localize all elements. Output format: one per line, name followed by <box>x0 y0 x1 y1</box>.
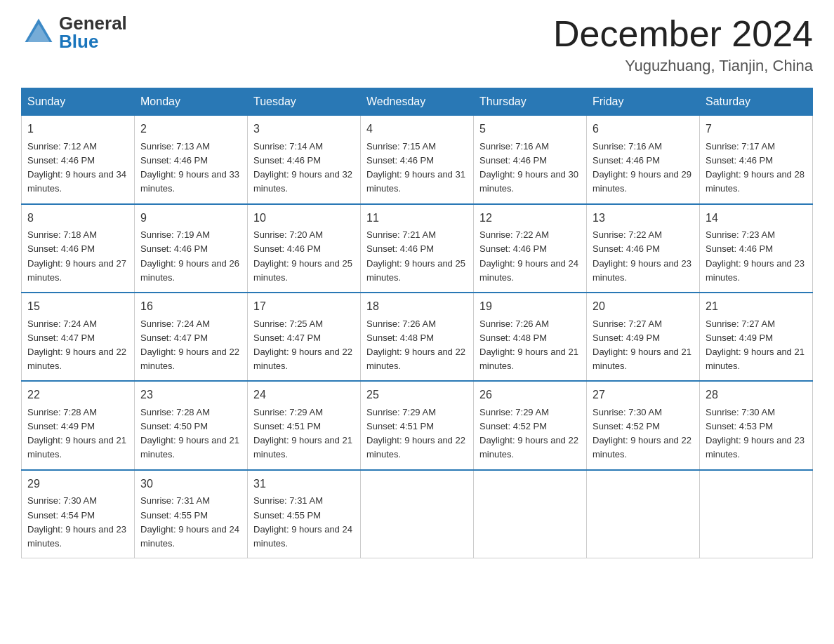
sunrise-label: Sunrise: 7:26 AM <box>366 318 436 329</box>
sunrise-label: Sunrise: 7:30 AM <box>27 495 97 506</box>
day-number: 11 <box>366 210 468 227</box>
calendar-cell: 6Sunrise: 7:16 AMSunset: 4:46 PMDaylight… <box>587 116 700 204</box>
day-number: 30 <box>140 476 241 493</box>
daylight-label: Daylight: 9 hours and 22 minutes. <box>366 435 465 459</box>
calendar-cell: 30Sunrise: 7:31 AMSunset: 4:55 PMDayligh… <box>135 470 248 558</box>
sunset-label: Sunset: 4:46 PM <box>140 155 208 166</box>
daylight-label: Daylight: 9 hours and 31 minutes. <box>366 169 465 194</box>
sunset-label: Sunset: 4:49 PM <box>27 421 95 431</box>
month-title: December 2024 <box>553 14 813 54</box>
day-number: 5 <box>479 121 581 138</box>
calendar-cell: 10Sunrise: 7:20 AMSunset: 4:46 PMDayligh… <box>248 204 361 293</box>
day-number: 9 <box>140 210 241 227</box>
col-header-monday: Monday <box>135 88 248 116</box>
calendar-cell: 27Sunrise: 7:30 AMSunset: 4:52 PMDayligh… <box>587 381 700 469</box>
calendar-cell: 13Sunrise: 7:22 AMSunset: 4:46 PMDayligh… <box>587 204 700 293</box>
calendar-cell: 20Sunrise: 7:27 AMSunset: 4:49 PMDayligh… <box>587 293 700 381</box>
day-number: 16 <box>140 298 241 316</box>
daylight-label: Daylight: 9 hours and 26 minutes. <box>140 258 239 283</box>
daylight-label: Daylight: 9 hours and 21 minutes. <box>706 347 805 371</box>
calendar-cell: 14Sunrise: 7:23 AMSunset: 4:46 PMDayligh… <box>700 204 813 293</box>
day-number: 22 <box>27 387 128 404</box>
location-title: Yuguzhuang, Tianjin, China <box>553 57 813 75</box>
day-number: 7 <box>706 121 807 138</box>
sunrise-label: Sunrise: 7:21 AM <box>366 229 436 240</box>
sunrise-label: Sunrise: 7:18 AM <box>27 229 97 240</box>
sunrise-label: Sunrise: 7:22 AM <box>593 229 662 240</box>
calendar-cell: 2Sunrise: 7:13 AMSunset: 4:46 PMDaylight… <box>135 116 248 204</box>
calendar-week-row: 29Sunrise: 7:30 AMSunset: 4:54 PMDayligh… <box>22 470 813 558</box>
sunset-label: Sunset: 4:55 PM <box>253 510 321 521</box>
day-number: 10 <box>253 210 355 227</box>
calendar-cell: 24Sunrise: 7:29 AMSunset: 4:51 PMDayligh… <box>248 381 361 469</box>
sunset-label: Sunset: 4:52 PM <box>479 421 547 431</box>
calendar-cell: 22Sunrise: 7:28 AMSunset: 4:49 PMDayligh… <box>22 381 135 469</box>
col-header-sunday: Sunday <box>22 88 135 116</box>
daylight-label: Daylight: 9 hours and 23 minutes. <box>706 435 805 459</box>
sunset-label: Sunset: 4:51 PM <box>253 421 321 431</box>
daylight-label: Daylight: 9 hours and 22 minutes. <box>479 435 578 459</box>
sunset-label: Sunset: 4:50 PM <box>140 421 208 431</box>
daylight-label: Daylight: 9 hours and 25 minutes. <box>253 258 352 283</box>
sunrise-label: Sunrise: 7:30 AM <box>706 407 775 417</box>
sunset-label: Sunset: 4:46 PM <box>366 243 434 254</box>
sunrise-label: Sunrise: 7:17 AM <box>706 141 775 152</box>
daylight-label: Daylight: 9 hours and 23 minutes. <box>27 524 126 549</box>
calendar-cell: 17Sunrise: 7:25 AMSunset: 4:47 PMDayligh… <box>248 293 361 381</box>
col-header-wednesday: Wednesday <box>361 88 474 116</box>
day-number: 26 <box>479 387 581 404</box>
sunrise-label: Sunrise: 7:29 AM <box>479 407 549 417</box>
page-header: General Blue December 2024 Yuguzhuang, T… <box>21 14 813 75</box>
sunrise-label: Sunrise: 7:31 AM <box>253 495 323 506</box>
sunrise-label: Sunrise: 7:20 AM <box>253 229 323 240</box>
day-number: 23 <box>140 387 241 404</box>
sunset-label: Sunset: 4:51 PM <box>366 421 434 431</box>
calendar-cell: 31Sunrise: 7:31 AMSunset: 4:55 PMDayligh… <box>248 470 361 558</box>
sunrise-label: Sunrise: 7:29 AM <box>366 407 436 417</box>
sunrise-label: Sunrise: 7:30 AM <box>593 407 662 417</box>
sunrise-label: Sunrise: 7:28 AM <box>27 407 97 417</box>
sunset-label: Sunset: 4:48 PM <box>366 333 434 343</box>
calendar-cell: 18Sunrise: 7:26 AMSunset: 4:48 PMDayligh… <box>361 293 474 381</box>
day-number: 12 <box>479 210 581 227</box>
sunrise-label: Sunrise: 7:22 AM <box>479 229 549 240</box>
sunrise-label: Sunrise: 7:15 AM <box>366 141 436 152</box>
sunrise-label: Sunrise: 7:28 AM <box>140 407 210 417</box>
calendar-cell: 29Sunrise: 7:30 AMSunset: 4:54 PMDayligh… <box>22 470 135 558</box>
sunset-label: Sunset: 4:47 PM <box>140 333 208 343</box>
sunset-label: Sunset: 4:46 PM <box>593 155 660 166</box>
sunrise-label: Sunrise: 7:12 AM <box>27 141 97 152</box>
sunset-label: Sunset: 4:55 PM <box>140 510 208 521</box>
sunset-label: Sunset: 4:47 PM <box>27 333 95 343</box>
sunset-label: Sunset: 4:48 PM <box>479 333 547 343</box>
daylight-label: Daylight: 9 hours and 30 minutes. <box>479 169 578 194</box>
day-number: 13 <box>593 210 694 227</box>
sunset-label: Sunset: 4:46 PM <box>593 243 660 254</box>
daylight-label: Daylight: 9 hours and 23 minutes. <box>593 258 691 283</box>
sunset-label: Sunset: 4:46 PM <box>479 155 547 166</box>
daylight-label: Daylight: 9 hours and 25 minutes. <box>366 258 465 283</box>
daylight-label: Daylight: 9 hours and 24 minutes. <box>479 258 578 283</box>
daylight-label: Daylight: 9 hours and 27 minutes. <box>27 258 126 283</box>
calendar-cell: 23Sunrise: 7:28 AMSunset: 4:50 PMDayligh… <box>135 381 248 469</box>
title-block: December 2024 Yuguzhuang, Tianjin, China <box>553 14 813 75</box>
calendar-cell: 26Sunrise: 7:29 AMSunset: 4:52 PMDayligh… <box>474 381 587 469</box>
day-number: 20 <box>593 298 694 316</box>
day-number: 24 <box>253 387 355 404</box>
sunrise-label: Sunrise: 7:24 AM <box>140 318 210 329</box>
daylight-label: Daylight: 9 hours and 21 minutes. <box>479 347 578 371</box>
day-number: 29 <box>27 476 128 493</box>
calendar-cell: 15Sunrise: 7:24 AMSunset: 4:47 PMDayligh… <box>22 293 135 381</box>
calendar-cell <box>361 470 474 558</box>
daylight-label: Daylight: 9 hours and 22 minutes. <box>27 347 126 371</box>
calendar-header-row: SundayMondayTuesdayWednesdayThursdayFrid… <box>22 88 813 116</box>
sunrise-label: Sunrise: 7:27 AM <box>593 318 662 329</box>
day-number: 4 <box>366 121 468 138</box>
sunset-label: Sunset: 4:46 PM <box>366 155 434 166</box>
calendar-cell: 4Sunrise: 7:15 AMSunset: 4:46 PMDaylight… <box>361 116 474 204</box>
daylight-label: Daylight: 9 hours and 28 minutes. <box>706 169 805 194</box>
sunrise-label: Sunrise: 7:29 AM <box>253 407 323 417</box>
sunset-label: Sunset: 4:49 PM <box>593 333 660 343</box>
col-header-saturday: Saturday <box>700 88 813 116</box>
calendar-cell: 21Sunrise: 7:27 AMSunset: 4:49 PMDayligh… <box>700 293 813 381</box>
